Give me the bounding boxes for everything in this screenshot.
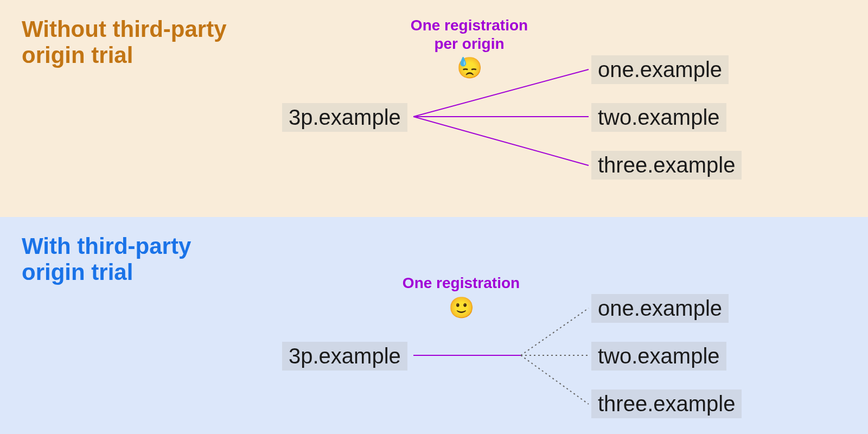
target-node-one-top: one.example (591, 55, 729, 84)
target-node-two-top: two.example (591, 103, 726, 132)
svg-line-2 (413, 117, 589, 165)
panel-with-3p-trial: With third-party origin trial One regist… (0, 217, 868, 434)
target-node-two-bottom: two.example (591, 342, 726, 371)
diagram-top: One registration per origin 😓 3p.example… (282, 0, 857, 217)
sad-sweat-emoji: 😓 (399, 56, 540, 81)
panel-without-3p-trial: Without third-party origin trial One reg… (0, 0, 868, 217)
target-node-three-top: three.example (591, 151, 742, 180)
target-node-three-bottom: three.example (591, 390, 742, 418)
heading-without: Without third-party origin trial (22, 16, 260, 69)
target-node-one-bottom: one.example (591, 294, 729, 323)
caption-bottom: One registration 🙂 (391, 274, 532, 320)
smile-emoji: 🙂 (391, 296, 532, 321)
heading-with: With third-party origin trial (22, 233, 260, 286)
diagram-bottom: One registration 🙂 3p.example one.exampl… (282, 217, 857, 434)
source-node-top: 3p.example (282, 103, 407, 132)
connector-lines-bottom (282, 217, 857, 434)
caption-text-bottom: One registration (403, 275, 520, 291)
caption-text-top: One registration per origin (411, 17, 528, 52)
svg-line-6 (521, 355, 589, 404)
caption-top: One registration per origin 😓 (399, 16, 540, 81)
source-node-bottom: 3p.example (282, 342, 407, 371)
